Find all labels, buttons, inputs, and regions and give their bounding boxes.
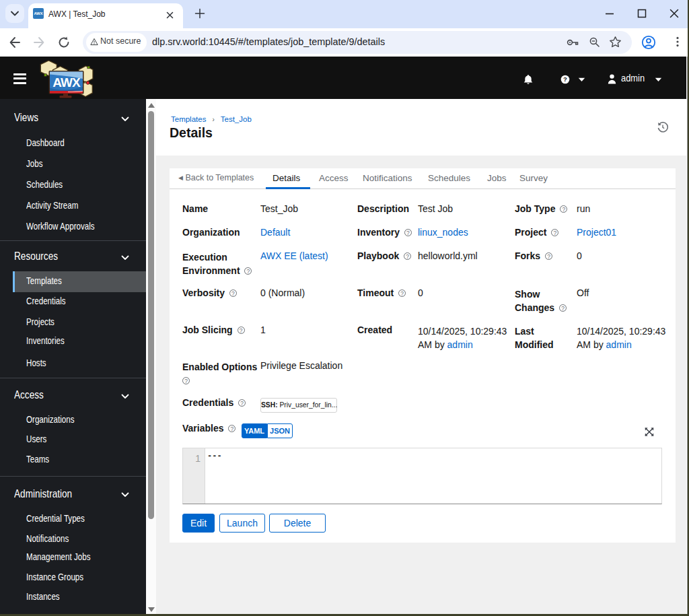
svg-text:AWX: AWX	[52, 75, 81, 90]
svg-text:?: ?	[563, 75, 567, 83]
